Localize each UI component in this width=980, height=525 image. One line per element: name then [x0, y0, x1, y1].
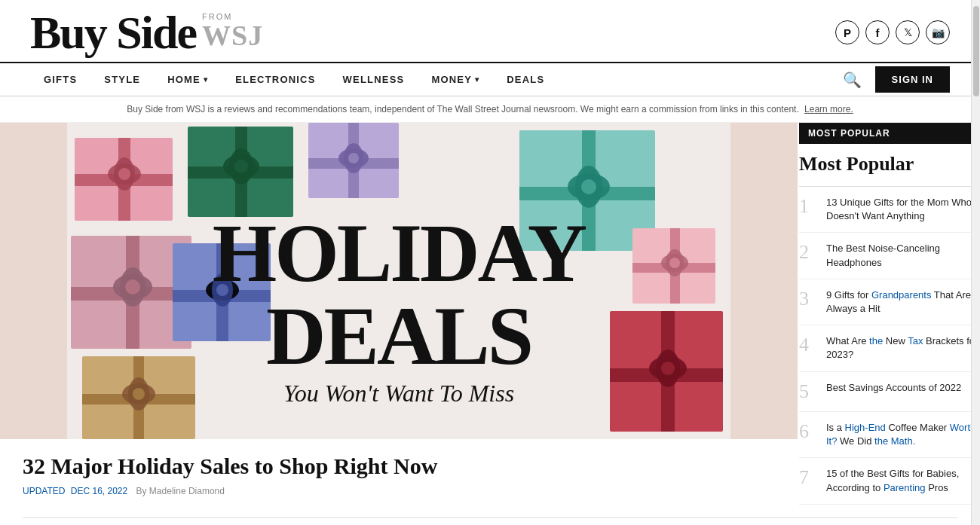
twitter-icon[interactable]: 𝕏 — [896, 20, 920, 44]
nav-item-electronics[interactable]: ELECTRONICS — [222, 63, 329, 96]
popular-number-6: 6 — [799, 421, 816, 443]
logo-area: Buy Side FROM WSJ — [30, 9, 263, 56]
popular-text-1[interactable]: 13 Unique Gifts for the Mom Who Doesn't … — [826, 196, 980, 223]
header: Buy Side FROM WSJ P f 𝕏 📷 — [0, 0, 980, 63]
search-button[interactable]: 🔍 — [840, 68, 865, 92]
popular-number-1: 1 — [799, 196, 816, 218]
instagram-icon[interactable]: 📷 — [926, 20, 950, 44]
nav-item-money[interactable]: MONEY ▾ — [418, 63, 493, 96]
popular-item-6: 6 Is a High-End Coffee Maker Worth It? W… — [799, 412, 980, 458]
most-popular-title: Most Popular — [799, 144, 980, 187]
bottom-divider — [23, 517, 957, 518]
popular-number-2: 2 — [799, 242, 816, 264]
svg-point-42 — [661, 362, 675, 375]
svg-point-24 — [581, 179, 596, 194]
logo-wsj-label: WSJ — [202, 21, 263, 50]
disclaimer-bar: Buy Side from WSJ is a reviews and recom… — [0, 96, 980, 123]
pinterest-icon[interactable]: P — [835, 20, 859, 44]
popular-item-7: 7 15 of the Best Gifts for Babies, Accor… — [799, 458, 980, 504]
nav-items: GIFTS STYLE HOME ▾ ELECTRONICS WELLNESS … — [30, 63, 558, 96]
nav-right: 🔍 SIGN IN — [840, 66, 950, 93]
popular-item-3: 3 9 Gifts for Grandparents That Are Alwa… — [799, 279, 980, 325]
scrollbar[interactable] — [971, 0, 980, 518]
svg-point-48 — [133, 388, 145, 400]
popular-number-5: 5 — [799, 381, 816, 403]
svg-point-54 — [669, 258, 680, 268]
nav-item-deals[interactable]: DEALS — [493, 63, 558, 96]
hero-caption: 32 Major Holiday Sales to Shop Right Now… — [0, 439, 798, 510]
signin-button[interactable]: SIGN IN — [875, 66, 950, 93]
main-content: HOLIDAY DEALS You Won't Want To Miss 32 … — [0, 123, 980, 510]
nav-item-wellness[interactable]: WELLNESS — [329, 63, 418, 96]
nav-item-style[interactable]: STYLE — [90, 63, 154, 96]
updated-label: UPDATED — [23, 486, 65, 496]
svg-point-18 — [348, 153, 359, 163]
home-chevron-icon: ▾ — [204, 75, 208, 84]
navbar: GIFTS STYLE HOME ▾ ELECTRONICS WELLNESS … — [0, 63, 980, 96]
hero-image[interactable]: HOLIDAY DEALS You Won't Want To Miss — [0, 123, 798, 439]
popular-number-4: 4 — [799, 334, 816, 356]
svg-text:You Won't Want To Miss: You Won't Want To Miss — [283, 380, 514, 407]
article-date: DEC 16, 2022 — [71, 486, 127, 496]
disclaimer-text: Buy Side from WSJ is a reviews and recom… — [127, 104, 799, 114]
logo-main[interactable]: Buy Side — [30, 9, 196, 56]
popular-text-7[interactable]: 15 of the Best Gifts for Babies, Accordi… — [826, 467, 980, 494]
facebook-icon[interactable]: f — [865, 20, 890, 44]
popular-text-5[interactable]: Best Savings Accounts of 2022 — [826, 381, 961, 395]
most-popular-header-bar: MOST POPULAR — [799, 123, 980, 144]
hero-gift-illustration: HOLIDAY DEALS You Won't Want To Miss — [0, 123, 798, 439]
hero-article-title[interactable]: 32 Major Holiday Sales to Shop Right Now — [23, 453, 775, 480]
nav-item-gifts[interactable]: GIFTS — [30, 63, 90, 96]
logo-wsj-area: FROM WSJ — [202, 13, 263, 50]
popular-number-7: 7 — [799, 467, 816, 489]
popular-text-6[interactable]: Is a High-End Coffee Maker Worth It? We … — [826, 421, 980, 448]
money-chevron-icon: ▾ — [475, 75, 479, 84]
hero-meta: UPDATED DEC 16, 2022 By Madeline Diamond — [23, 486, 775, 496]
article-author: By Madeline Diamond — [136, 486, 225, 496]
svg-text:DEALS: DEALS — [266, 290, 531, 382]
svg-text:HOLIDAY: HOLIDAY — [213, 207, 586, 299]
popular-item-1: 1 13 Unique Gifts for the Mom Who Doesn'… — [799, 187, 980, 233]
popular-number-3: 3 — [799, 288, 816, 310]
popular-item-2: 2 The Best Noise-Canceling Headphones — [799, 233, 980, 279]
svg-point-12 — [234, 160, 248, 173]
hero-section: HOLIDAY DEALS You Won't Want To Miss 32 … — [0, 123, 798, 510]
scrollbar-thumb[interactable] — [973, 6, 979, 96]
nav-item-home[interactable]: HOME ▾ — [154, 63, 222, 96]
svg-point-6 — [118, 168, 130, 180]
learn-more-link[interactable]: Learn more. — [804, 104, 853, 114]
popular-text-3[interactable]: 9 Gifts for Grandparents That Are Always… — [826, 288, 980, 316]
social-icons: P f 𝕏 📷 — [835, 20, 950, 44]
popular-item-4: 4 What Are the New Tax Brackets for 2023… — [799, 325, 980, 371]
popular-item-5: 5 Best Savings Accounts of 2022 — [799, 372, 980, 413]
svg-point-30 — [125, 279, 140, 295]
popular-text-2[interactable]: The Best Noise-Canceling Headphones — [826, 242, 980, 269]
popular-text-4[interactable]: What Are the New Tax Brackets for 2023? — [826, 334, 980, 362]
sidebar: MOST POPULAR Most Popular 1 13 Unique Gi… — [799, 123, 980, 505]
